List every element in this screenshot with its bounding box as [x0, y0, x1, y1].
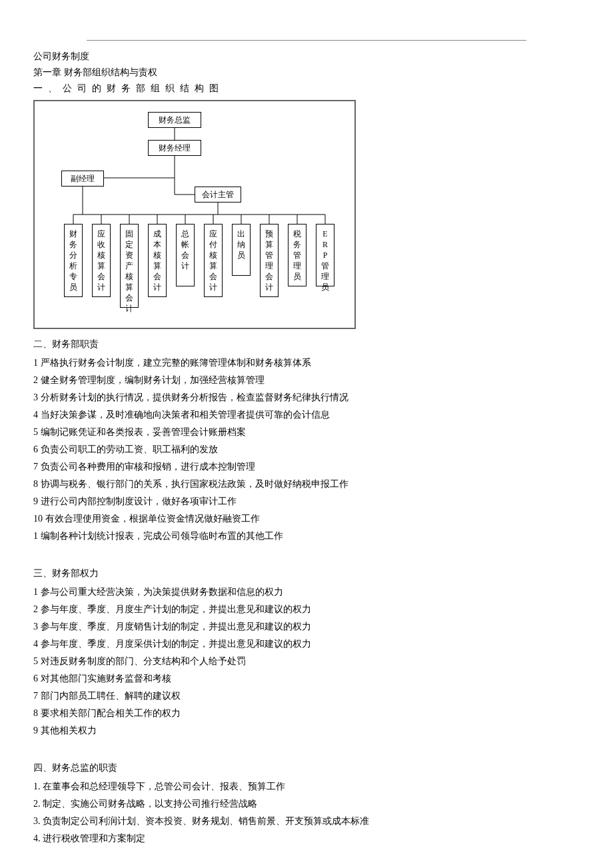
section2-item: 5 编制记账凭证和各类报表，妥善管理会计账册档案 — [33, 424, 580, 441]
org-leaf: ERP管理员 — [316, 224, 334, 286]
section2-item: 4 当好决策参谋，及时准确地向决策者和相关管理者提供可靠的会计信息 — [33, 406, 580, 424]
org-leaf: 出纳员 — [232, 224, 251, 276]
document-title: 公司财务制度 — [33, 51, 580, 63]
section3-item: 8 要求相关部门配合相关工作的权力 — [33, 705, 580, 722]
section3-list: 1 参与公司重大经营决策，为决策提供财务数据和信息的权力2 参与年度、季度、月度… — [33, 584, 580, 739]
org-node-supervisor: 会计主管 — [195, 187, 241, 203]
org-node-director: 财务总监 — [148, 112, 201, 128]
section2-item: 2 健全财务管理制度，编制财务计划，加强经营核算管理 — [33, 372, 580, 389]
org-leaf: 税务管理员 — [288, 224, 306, 286]
section3-item: 1 参与公司重大经营决策，为决策提供财务数据和信息的权力 — [33, 584, 580, 601]
org-leaf: 预算管理会计 — [260, 224, 279, 297]
top-rule — [87, 40, 526, 41]
section2-item: 7 负责公司各种费用的审核和报销，进行成本控制管理 — [33, 458, 580, 476]
section2-item: 1 严格执行财务会计制度，建立完整的账簿管理体制和财务核算体系 — [33, 354, 580, 372]
chapter-title: 第一章 财务部组织结构与责权 — [33, 67, 580, 79]
section3-item: 4 参与年度、季度、月度采供计划的制定，并提出意见和建议的权力 — [33, 636, 580, 653]
org-leaf: 财务分析专员 — [64, 224, 83, 297]
org-node-manager: 财务经理 — [148, 140, 201, 156]
section4-list: 1. 在董事会和总经理领导下，总管公司会计、报表、预算工作2. 制定、实施公司财… — [33, 778, 580, 847]
section2-list: 1 严格执行财务会计制度，建立完整的账簿管理体制和财务核算体系2 健全财务管理制… — [33, 354, 580, 545]
section3-item: 5 对违反财务制度的部门、分支结构和个人给予处罚 — [33, 653, 580, 670]
section4-item: 4. 进行税收管理和方案制定 — [33, 830, 580, 847]
section3-item: 2 参与年度、季度、月度生产计划的制定，并提出意见和建议的权力 — [33, 601, 580, 618]
section3-item: 3 参与年度、季度、月度销售计划的制定，并提出意见和建议的权力 — [33, 618, 580, 636]
section3-title: 三、财务部权力 — [33, 568, 580, 580]
org-leaf: 成本核算会计 — [148, 224, 167, 297]
org-node-deputy: 副经理 — [61, 171, 104, 187]
section4-item: 1. 在董事会和总经理领导下，总管公司会计、报表、预算工作 — [33, 778, 580, 795]
org-chart-lines — [35, 101, 354, 328]
section3-item: 9 其他相关权力 — [33, 722, 580, 739]
section3-item: 7 部门内部员工聘任、解聘的建议权 — [33, 687, 580, 705]
org-leaf: 总帐会计 — [176, 224, 195, 286]
org-leaf: 应收核算会计 — [92, 224, 111, 297]
org-leaf: 应付核算会计 — [204, 224, 223, 297]
section4-title: 四、财务总监的职责 — [33, 762, 580, 774]
section2-item: 1 编制各种计划统计报表，完成公司领导临时布置的其他工作 — [33, 528, 580, 545]
section2-title: 二、财务部职责 — [33, 338, 580, 350]
section1-title: 一、公司的财务部组织结构图 — [33, 83, 580, 95]
section3-item: 6 对其他部门实施财务监督和考核 — [33, 670, 580, 687]
section4-item: 2. 制定、实施公司财务战略，以支持公司推行经营战略 — [33, 795, 580, 813]
org-leaf: 固定资产核算会计 — [120, 224, 139, 308]
section2-item: 3 分析财务计划的执行情况，提供财务分析报告，检查监督财务纪律执行情况 — [33, 389, 580, 406]
section2-item: 10 有效合理使用资金，根据单位资金情况做好融资工作 — [33, 510, 580, 528]
section2-item: 9 进行公司内部控制制度设计，做好各项审计工作 — [33, 493, 580, 510]
section2-item: 8 协调与税务、银行部门的关系，执行国家税法政策，及时做好纳税申报工作 — [33, 476, 580, 493]
section2-item: 6 负责公司职工的劳动工资、职工福利的发放 — [33, 441, 580, 458]
org-chart: 财务总监 财务经理 副经理 会计主管 财务分析专员应收核算会计固定资产核算会计成… — [33, 100, 356, 329]
section4-item: 3. 负责制定公司利润计划、资本投资、财务规划、销售前景、开支预算或成本标准 — [33, 813, 580, 830]
